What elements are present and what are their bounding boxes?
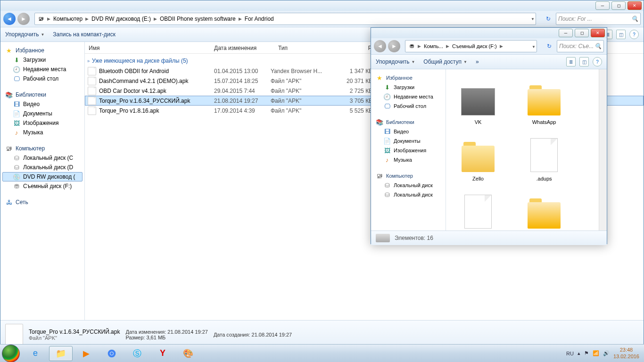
grid-item[interactable]: .adups: [516, 130, 572, 181]
breadcrumb-bar[interactable]: 🖳▶ Компьютер▶ DVD RW дисковод (E:)▶ OBDI…: [34, 13, 536, 25]
file-icon: [530, 138, 558, 172]
sec-forward-button[interactable]: ►: [388, 40, 400, 52]
preview-pane-button[interactable]: ◫: [616, 30, 626, 39]
taskbar-paint[interactable]: 🎨: [176, 346, 200, 361]
sec-sidebar-disk-1[interactable]: ⛁Локальный диск: [373, 181, 444, 190]
col-date[interactable]: Дата изменения: [210, 45, 274, 51]
tray-lang[interactable]: RU: [566, 351, 574, 356]
scrollbar[interactable]: [599, 69, 607, 230]
item-label: VK: [475, 119, 482, 125]
refresh-button[interactable]: ↻: [543, 13, 554, 25]
taskbar-mediaplayer[interactable]: ▶: [74, 346, 98, 361]
sec-crumb-computer[interactable]: Компь...: [422, 41, 445, 52]
burn-disc-button[interactable]: Запись на компакт-диск: [53, 31, 116, 38]
grid-item[interactable]: VK: [450, 73, 506, 125]
taskbar-yandex[interactable]: Y: [151, 346, 174, 361]
minimize-button[interactable]: ─: [595, 1, 610, 10]
tray-hidden-icons[interactable]: ▴: [578, 350, 580, 356]
sidebar-video[interactable]: 🎞Видео: [2, 99, 83, 109]
forward-button[interactable]: ►: [17, 13, 30, 25]
file-name: Bluetooth OBDII for Android: [99, 68, 214, 74]
sidebar-music[interactable]: ♪Музыка: [2, 128, 83, 137]
sec-back-button[interactable]: ◄: [374, 40, 386, 52]
sec-sidebar-music[interactable]: ♪Музыка: [373, 155, 444, 165]
tray-network-icon[interactable]: 📶: [593, 350, 599, 356]
sec-view-options-button[interactable]: ≣: [566, 57, 576, 66]
file-icon: [88, 77, 96, 85]
file-date: 17.09.2014 4:39: [214, 107, 271, 114]
thumbnail-icon: [461, 88, 495, 115]
crumb-android[interactable]: For Andriod: [243, 13, 276, 25]
taskbar-chrome[interactable]: [100, 346, 124, 361]
crumb-dvd[interactable]: DVD RW дисковод (E:): [90, 13, 153, 25]
sec-sidebar-downloads[interactable]: ⬇Загрузки: [373, 82, 444, 92]
taskbar-explorer[interactable]: 📁: [49, 346, 73, 361]
file-icon: [5, 324, 23, 346]
sec-breadcrumb-bar[interactable]: ⛃▶ Компь...▶ Съемный диск (F:)▶ ▼: [405, 40, 537, 52]
sec-command-bar: Упорядочить ▼ Общий доступ ▼ » ≣ ◫ ?: [371, 54, 607, 69]
sidebar-disk-c[interactable]: ⛁Локальный диск (C: [2, 153, 83, 163]
sidebar-dvd[interactable]: 💿DVD RW дисковод (: [2, 172, 83, 181]
taskbar-ie[interactable]: e: [24, 346, 47, 361]
sec-sidebar-desktop[interactable]: 🖵Рабочий стол: [373, 101, 444, 111]
sec-sidebar-video[interactable]: 🎞Видео: [373, 127, 444, 136]
sec-sidebar-disk-2[interactable]: ⛁Локальный диск: [373, 190, 444, 199]
sec-libraries-header[interactable]: 📚Библиотеки: [373, 117, 444, 127]
sidebar-downloads[interactable]: ⬇Загрузки: [2, 55, 83, 65]
sec-sidebar-documents[interactable]: 📄Документы: [373, 136, 444, 146]
details-filename: Torque_Pro v.1.6.34_РУССКИЙ.apk: [29, 329, 120, 335]
sidebar-documents[interactable]: 📄Документы: [2, 109, 83, 118]
crumb-obdii[interactable]: OBDII Phone system software: [158, 13, 238, 25]
crumb-computer[interactable]: Компьютер: [51, 13, 84, 25]
col-type[interactable]: Тип: [274, 45, 339, 51]
sec-crumb-drive[interactable]: Съемный диск (F:): [450, 41, 499, 52]
computer-header[interactable]: 🖳Компьютер: [2, 144, 83, 153]
network-header[interactable]: 🖧Сеть: [2, 197, 83, 207]
tray-clock[interactable]: 23:48 13.02.2016: [613, 347, 639, 359]
sec-favorites-header[interactable]: ★Избранное: [373, 73, 444, 82]
sec-help-button[interactable]: ?: [593, 57, 602, 66]
file-type: Файл "APK": [271, 107, 327, 114]
sec-more-button[interactable]: »: [476, 58, 479, 65]
sec-preview-pane-button[interactable]: ◫: [579, 57, 589, 66]
close-button[interactable]: ✕: [627, 1, 642, 10]
file-name: OBD Car Doctor v4.12.apk: [99, 88, 214, 94]
sec-refresh-button[interactable]: ↻: [544, 41, 555, 52]
sec-search-input[interactable]: Поиск: Съе... 🔍: [557, 40, 604, 52]
grid-item[interactable]: .megogo: [450, 186, 506, 230]
sec-search-placeholder: Поиск: Съе...: [559, 43, 594, 49]
file-type: Yandex Browser H...: [271, 68, 327, 74]
sec-maximize-button[interactable]: ◻: [575, 29, 589, 37]
tray-volume-icon[interactable]: 🔊: [603, 350, 610, 356]
taskbar-skype[interactable]: Ⓢ: [125, 346, 149, 361]
grid-item[interactable]: WhatsApp: [516, 73, 572, 125]
col-name[interactable]: Имя: [85, 45, 210, 51]
search-placeholder: Поиск: For ...: [558, 16, 592, 22]
sec-sidebar-recent[interactable]: 🕘Недавние места: [373, 92, 444, 101]
organize-button[interactable]: Упорядочить ▼: [5, 31, 44, 38]
sidebar-pictures[interactable]: 🖼Изображения: [2, 118, 83, 128]
sidebar-desktop[interactable]: 🖵Рабочий стол: [2, 74, 83, 83]
sec-share-button[interactable]: Общий доступ ▼: [423, 58, 467, 65]
sec-titlebar: ─ ◻ ✕: [371, 28, 607, 38]
sec-sidebar-pictures[interactable]: 🖼Изображения: [373, 146, 444, 155]
back-button[interactable]: ◄: [3, 13, 16, 25]
sec-minimize-button[interactable]: ─: [559, 29, 573, 37]
favorites-header[interactable]: ★Избранное: [2, 46, 83, 55]
start-button[interactable]: [2, 345, 20, 362]
sidebar-recent[interactable]: 🕘Недавние места: [2, 65, 83, 74]
grid-item[interactable]: Zello: [450, 130, 506, 181]
file-icon: [464, 195, 492, 229]
tray-flag-icon[interactable]: ⚑: [584, 350, 589, 356]
search-input[interactable]: Поиск: For ... 🔍: [556, 13, 641, 25]
maximize-button[interactable]: ◻: [611, 1, 626, 10]
file-type: Файл "APK": [271, 88, 327, 94]
help-button[interactable]: ?: [629, 30, 639, 39]
grid-item[interactable]: ОБД 2: [516, 186, 572, 230]
sidebar-disk-d[interactable]: ⛁Локальный диск (D: [2, 163, 83, 172]
sidebar-removable[interactable]: ⛃Съемный диск (F:): [2, 181, 83, 191]
sec-organize-button[interactable]: Упорядочить ▼: [376, 58, 415, 65]
libraries-header[interactable]: 📚Библиотеки: [2, 90, 83, 99]
sec-close-button[interactable]: ✕: [591, 29, 605, 37]
sec-computer-header[interactable]: 🖳Компьютер: [373, 171, 444, 181]
